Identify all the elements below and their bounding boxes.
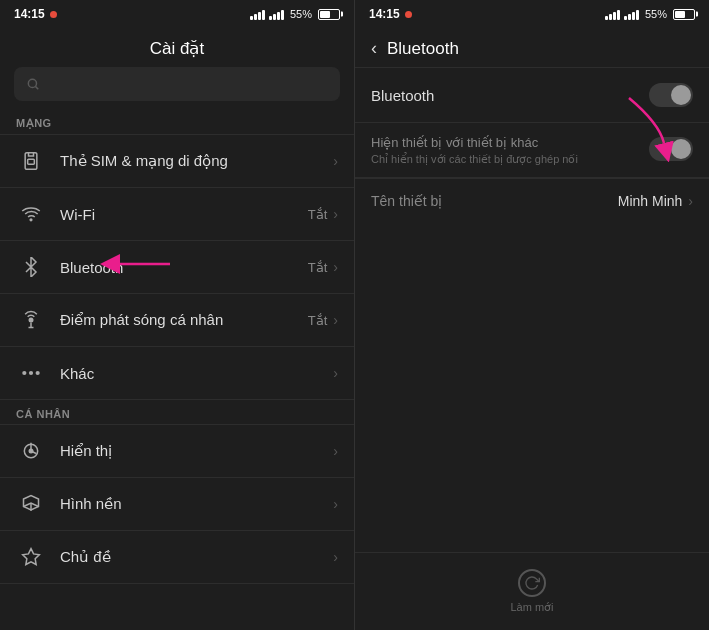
menu-item-more[interactable]: Khác › — [0, 347, 354, 399]
back-button[interactable]: ‹ — [371, 38, 377, 59]
search-icon — [26, 77, 40, 91]
bluetooth-setting-row[interactable]: Bluetooth — [355, 68, 709, 122]
bluetooth-icon — [16, 252, 46, 282]
menu-item-wifi[interactable]: Wi-Fi Tắt › — [0, 188, 354, 240]
more-label: Khác — [60, 365, 333, 382]
display-label: Hiển thị — [60, 442, 333, 460]
bottom-action-label: Làm mới — [510, 601, 553, 614]
bluetooth-toggle[interactable] — [649, 83, 693, 107]
svg-point-8 — [22, 371, 26, 375]
wifi-label: Wi-Fi — [60, 206, 308, 223]
visibility-container: Hiện thiết bị với thiết bị khác Chỉ hiển… — [355, 123, 709, 177]
menu-item-sim[interactable]: Thẻ SIM & mạng di động › — [0, 135, 354, 187]
bluetooth-chevron: › — [333, 259, 338, 275]
right-battery-icon — [673, 9, 695, 20]
svg-point-0 — [28, 79, 36, 87]
svg-point-5 — [29, 318, 34, 323]
wifi-icon — [16, 199, 46, 229]
sim-icon — [16, 146, 46, 176]
right-spacer — [355, 223, 709, 552]
visibility-toggle[interactable] — [649, 137, 693, 161]
theme-icon — [16, 542, 46, 572]
signal-bars — [250, 8, 265, 20]
refresh-icon — [518, 569, 546, 597]
divider-10 — [0, 583, 354, 584]
wallpaper-icon — [16, 489, 46, 519]
bluetooth-label: Bluetooth — [60, 259, 308, 276]
right-battery-percent: 55% — [645, 8, 667, 20]
hotspot-label: Điểm phát sóng cá nhân — [60, 311, 308, 329]
right-signal-bars — [605, 8, 620, 20]
menu-item-wallpaper[interactable]: Hình nền › — [0, 478, 354, 530]
right-header: ‹ Bluetooth — [355, 28, 709, 67]
sim-label: Thẻ SIM & mạng di động — [60, 152, 333, 170]
menu-item-theme[interactable]: Chủ đề › — [0, 531, 354, 583]
left-status-dot — [50, 11, 57, 18]
right-panel: 14:15 55% ‹ Bluetooth — [355, 0, 709, 630]
right-status-bar: 14:15 55% — [355, 0, 709, 28]
left-status-icons: 55% — [250, 8, 340, 20]
svg-point-12 — [29, 449, 34, 454]
menu-item-display[interactable]: Hiển thị › — [0, 425, 354, 477]
visibility-setting-row: Hiện thiết bị với thiết bị khác Chỉ hiển… — [355, 123, 709, 177]
battery-icon — [318, 9, 340, 20]
sim-chevron: › — [333, 153, 338, 169]
visibility-sublabel: Chỉ hiển thị với các thiết bị được ghép … — [371, 153, 641, 166]
device-name-chevron: › — [688, 193, 693, 209]
left-time: 14:15 — [14, 7, 45, 21]
battery-percent: 55% — [290, 8, 312, 20]
more-chevron: › — [333, 365, 338, 381]
display-icon — [16, 436, 46, 466]
device-name-label: Tên thiết bị — [371, 193, 442, 209]
wallpaper-chevron: › — [333, 496, 338, 512]
bottom-action[interactable]: Làm mới — [355, 553, 709, 630]
wifi-chevron: › — [333, 206, 338, 222]
menu-item-bluetooth[interactable]: Bluetooth Tắt › — [0, 241, 354, 293]
visibility-toggle-thumb — [671, 139, 691, 159]
hotspot-value: Tắt — [308, 313, 328, 328]
svg-point-10 — [36, 371, 40, 375]
svg-point-9 — [29, 371, 33, 375]
right-status-dot — [405, 11, 412, 18]
section-label-canhan: CÁ NHÂN — [0, 400, 354, 424]
theme-chevron: › — [333, 549, 338, 565]
section-label-mang: MẠNG — [0, 109, 354, 134]
search-bar[interactable] — [14, 67, 340, 101]
left-panel: 14:15 55% Cài đặt — [0, 0, 355, 630]
menu-item-hotspot[interactable]: Điểm phát sóng cá nhân Tắt › — [0, 294, 354, 346]
more-icon — [16, 358, 46, 388]
right-title: Bluetooth — [387, 39, 459, 59]
wifi-value: Tắt — [308, 207, 328, 222]
svg-marker-14 — [23, 549, 40, 565]
svg-line-1 — [36, 87, 39, 90]
right-signal-bars-2 — [624, 8, 639, 20]
device-name-value: Minh Minh — [618, 193, 683, 209]
right-time: 14:15 — [369, 7, 400, 21]
device-name-row[interactable]: Tên thiết bị Minh Minh › — [355, 178, 709, 223]
signal-bars-2 — [269, 8, 284, 20]
hotspot-chevron: › — [333, 312, 338, 328]
right-status-icons: 55% — [605, 8, 695, 20]
svg-point-4 — [30, 219, 32, 221]
visibility-label: Hiện thiết bị với thiết bị khác — [371, 135, 641, 150]
svg-rect-3 — [28, 159, 35, 164]
theme-label: Chủ đề — [60, 548, 333, 566]
hotspot-icon — [16, 305, 46, 335]
bluetooth-value: Tắt — [308, 260, 328, 275]
display-chevron: › — [333, 443, 338, 459]
left-status-bar: 14:15 55% — [0, 0, 354, 28]
wallpaper-label: Hình nền — [60, 495, 333, 513]
bluetooth-toggle-thumb — [671, 85, 691, 105]
page-title: Cài đặt — [0, 28, 354, 67]
bluetooth-setting-label: Bluetooth — [371, 87, 434, 104]
